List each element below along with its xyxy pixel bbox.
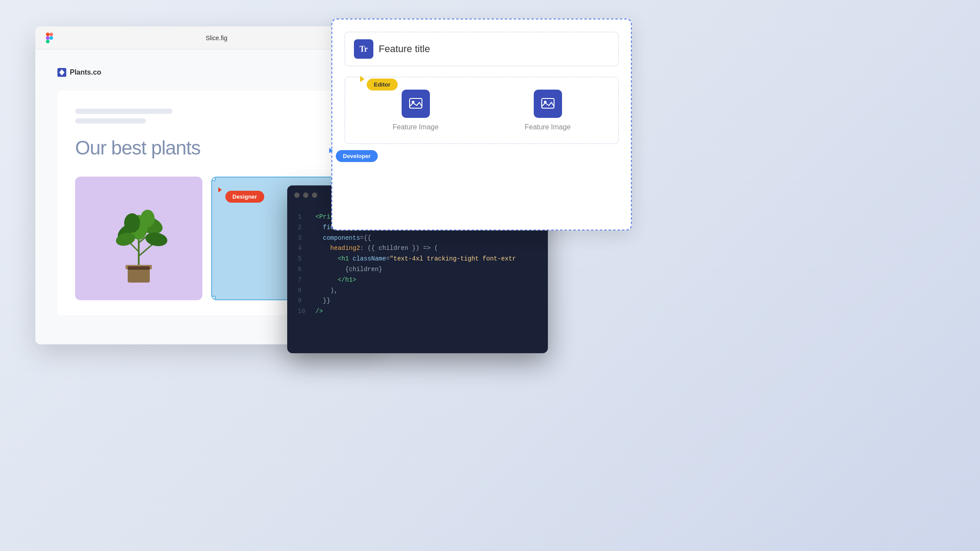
handle-bl	[211, 296, 216, 300]
line-num-6: 6	[298, 264, 307, 275]
svg-point-17	[124, 213, 140, 233]
svg-point-4	[49, 36, 53, 40]
line-num-4: 4	[298, 243, 307, 254]
code-line-5: 5 <h1 className="text-4xl tracking-tight…	[298, 254, 537, 264]
panel-image-label-2: Feature Image	[524, 123, 570, 131]
line-num-8: 8	[298, 286, 307, 296]
image-icon-svg-2	[541, 97, 555, 111]
plant-card-image	[75, 177, 202, 300]
code-line-9: 9 }}	[298, 296, 537, 306]
svg-rect-1	[49, 33, 53, 36]
panel-image-box-1: Feature Image	[354, 90, 477, 131]
svg-rect-3	[46, 40, 49, 43]
svg-rect-0	[46, 33, 49, 36]
line-text-6: {children}	[315, 264, 382, 275]
line-num-10: 10	[298, 306, 307, 317]
developer-cursor	[329, 148, 333, 153]
svg-point-18	[141, 210, 155, 227]
line-text-7: </h1>	[315, 275, 356, 286]
code-line-7: 7 </h1>	[298, 275, 537, 286]
line-num-5: 5	[298, 254, 307, 264]
svg-point-14	[144, 231, 168, 248]
editor-cursor	[360, 76, 365, 82]
line-num-1: 1	[298, 212, 307, 223]
figma-page-title: Our best plants	[75, 137, 340, 159]
line-text-3: components={{	[315, 233, 371, 244]
handle-tl	[211, 177, 216, 181]
svg-rect-7	[128, 266, 150, 270]
figma-site-name: Plants.co	[70, 68, 101, 76]
figma-tab-title: Slice.fig	[62, 34, 371, 42]
line-text-5: <h1 className="text-4xl tracking-tight f…	[315, 254, 516, 264]
code-line-4: 4 heading2: ({ children }) => (	[298, 243, 537, 254]
code-line-3: 3 components={{	[298, 233, 537, 244]
figma-logo-icon	[44, 33, 55, 43]
code-dot-3	[312, 192, 317, 198]
line-text-10: />	[315, 306, 323, 317]
panel-image-label-1: Feature Image	[392, 123, 438, 131]
editor-badge: Editor	[367, 79, 398, 91]
image-icon-svg-1	[409, 97, 423, 111]
line-num-3: 3	[298, 233, 307, 244]
code-dot-1	[294, 192, 300, 198]
developer-badge: Developer	[336, 150, 378, 162]
code-dot-2	[303, 192, 308, 198]
placeholder-line-2	[75, 118, 146, 124]
figma-titlebar: Slice.fig	[35, 26, 380, 49]
code-line-8: 8 ),	[298, 286, 537, 296]
line-num-2: 2	[298, 223, 307, 233]
code-line-6: 6 {children}	[298, 264, 537, 275]
figma-site-header: Plants.co ♡	[57, 67, 358, 78]
plant-card	[75, 177, 202, 300]
designer-badge: Designer	[225, 191, 264, 203]
line-num-9: 9	[298, 296, 307, 306]
figma-editor-panel: Tr Feature title Feature Image	[331, 19, 632, 230]
plant-svg	[106, 190, 172, 287]
code-line-10: 10 />	[298, 306, 537, 317]
panel-title-text: Feature title	[379, 43, 430, 55]
panel-image-icon-2	[534, 90, 562, 118]
line-text-9: }}	[315, 296, 330, 306]
figma-site-logo-icon	[57, 68, 66, 77]
panel-image-icon-1	[402, 90, 430, 118]
panel-image-box-2: Feature Image	[486, 90, 609, 131]
panel-title-icon: Tr	[354, 39, 373, 59]
placeholder-line-1	[75, 109, 172, 114]
figma-placeholder-lines	[75, 109, 340, 124]
line-text-8: ),	[315, 286, 338, 296]
line-num-7: 7	[298, 275, 307, 286]
panel-title-row: Tr Feature title	[345, 32, 619, 66]
designer-cursor	[218, 187, 222, 192]
line-text-4: heading2: ({ children }) => (	[315, 243, 438, 254]
svg-rect-2	[46, 36, 49, 40]
